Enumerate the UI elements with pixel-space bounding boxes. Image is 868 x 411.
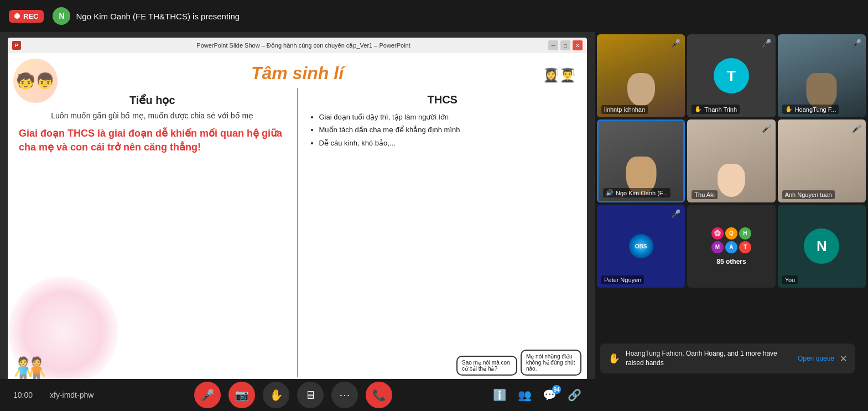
others-count: 85 others [716, 258, 746, 266]
more-icon: ⋯ [339, 388, 350, 402]
cartoon-topright: 👩‍🎓👨‍🎓 [537, 59, 581, 92]
time-display: 10:00 [13, 391, 41, 399]
obs-logo: OBS [629, 234, 653, 258]
video-tile-linhntp: 🎤 linhntp ichnhan [597, 34, 685, 117]
ppt-maximize-btn[interactable]: □ [560, 40, 570, 50]
rec-badge: REC [9, 10, 44, 23]
bullet-2: Muốn tách dần cha mẹ để khẳng định mình [319, 123, 576, 136]
muted-mic-icon-linhntp: 🎤 [671, 39, 680, 48]
ppt-window-controls[interactable]: ─ □ ✕ [548, 40, 583, 50]
activities-icon: 🔗 [568, 389, 581, 401]
avatar-thanh-trinh: T [714, 58, 749, 93]
video-name-hoangtung: ✋ HoangTung F... [782, 105, 839, 114]
camera-btn[interactable]: 📷 [228, 382, 255, 408]
notification-hand-icon: ✋ [608, 352, 620, 365]
muted-mic-icon-hoangtung: 🎤 [852, 39, 861, 48]
presenter-info: N Ngo Kim Oanh (FE TH&THCS) is presentin… [53, 7, 240, 25]
mic-icon: 🎤 [201, 388, 215, 402]
ppt-window: P PowerPoint Slide Show – Đồng hành cùng… [8, 38, 587, 405]
end-call-btn[interactable]: 📞 [366, 382, 392, 408]
more-btn[interactable]: ⋯ [331, 382, 358, 408]
activities-btn[interactable]: 🔗 [568, 388, 581, 402]
red-highlight: Giai đoạn THCS là giai đoạn dễ khiến mối… [19, 127, 286, 154]
slide-content: 🧒👦 👩‍🎓👨‍🎓 Tâm sinh lí Tiểu học Luôn muốn… [8, 53, 587, 387]
info-btn[interactable]: ℹ️ [493, 388, 507, 402]
right-controls: ℹ️ 👥 💬 94 🔗 [493, 388, 581, 402]
hand-raise-icon-hoangtung: ✋ [785, 106, 793, 113]
chat-badge: 94 [552, 385, 561, 394]
mute-btn[interactable]: 🎤 [194, 382, 221, 408]
rec-dot [14, 13, 20, 19]
center-controls: 🎤 📷 ✋ 🖥 ⋯ 📞 [102, 382, 484, 408]
present-btn[interactable]: 🖥 [297, 382, 324, 408]
muted-mic-icon-peter: 🎤 [671, 209, 680, 218]
main-area: P PowerPoint Slide Show – Đồng hành cùng… [0, 32, 595, 411]
speech-area: Sao mẹ nói mà con cứ cải thế hả? Mẹ nói … [456, 350, 581, 376]
end-icon: 📞 [372, 388, 386, 402]
bullet-3: Dễ cáu kinh, khó bảo,... [319, 137, 576, 149]
speech-bubble-1: Sao mẹ nói mà con cứ cải thế hả? [456, 356, 517, 376]
rec-label: REC [23, 12, 38, 20]
notification-text: HoangTung Fahion, Oanh Hoang, and 1 more… [626, 349, 792, 368]
ppt-titlebar: P PowerPoint Slide Show – Đồng hành cùng… [8, 38, 587, 53]
meeting-id: xfy-imdt-phw [50, 391, 93, 399]
slide-col-right: THCS Giai đoạn tuổi dậy thì, tập làm ngư… [297, 88, 588, 377]
video-tile-peter-nguyen: OBS 🎤 Peter Nguyen [597, 205, 685, 288]
ppt-icon: P [12, 41, 21, 50]
people-icon: 👥 [518, 389, 532, 401]
bullet-1: Giai đoạn tuổi dậy thì, tập làm người lớ… [319, 111, 576, 123]
bottom-bar: 10:00 xfy-imdt-phw 🎤 📷 ✋ 🖥 ⋯ 📞 [0, 379, 595, 411]
col2-bullets: Giai đoạn tuổi dậy thì, tập làm người lớ… [309, 111, 576, 149]
ppt-close-btn[interactable]: ✕ [573, 40, 583, 50]
notification-open-queue-btn[interactable]: Open queue [798, 355, 834, 362]
muted-mic-icon-anh: 🎤 [852, 124, 861, 133]
video-tile-hoangtung: 🎤 ✋ HoangTung F... [778, 34, 866, 117]
video-name-thu: Thu Aki [692, 190, 718, 199]
people-btn[interactable]: 👥 [518, 388, 532, 402]
hand-raise-icon: ✋ [694, 106, 702, 113]
col1-heading: Tiểu học [129, 93, 175, 107]
col2-heading: THCS [309, 93, 576, 106]
col1-body: Luôn muốn gần gũi bố mẹ, muốn được chia … [51, 111, 253, 120]
video-name-anh: Anh Nguyen tuan [782, 190, 835, 199]
presenter-name: Ngo Kim Oanh (FE TH&THCS) is presenting [76, 12, 240, 21]
others-avatars: 🌸 Q H M A T [711, 227, 751, 253]
top-bar: REC N Ngo Kim Oanh (FE TH&THCS) is prese… [0, 0, 868, 32]
notification-close-btn[interactable]: ✕ [840, 353, 847, 364]
present-icon: 🖥 [305, 389, 316, 402]
speech-bubble-2: Mẹ nói những điều không hề đúng chút nào… [521, 350, 581, 376]
notification-bar: ✋ HoangTung Fahion, Oanh Hoang, and 1 mo… [600, 344, 855, 373]
video-name-you: You [782, 275, 798, 284]
ppt-title: PowerPoint Slide Show – Đồng hành cùng c… [24, 42, 583, 49]
ppt-minimize-btn[interactable]: ─ [548, 40, 558, 50]
video-name-peter: Peter Nguyen [601, 275, 644, 284]
cartoon-topleft: 🧒👦 [13, 59, 58, 103]
video-name-linhntp: linhntp ichnhan [601, 105, 648, 114]
video-tile-thanh-trinh: T 🎤 ✋ Thanh Trinh [687, 34, 775, 117]
video-tile-85-others[interactable]: 🌸 Q H M A T 85 others [687, 205, 775, 288]
video-tile-anh-nguyen: 🎤 Anh Nguyen tuan [778, 119, 866, 202]
chat-btn[interactable]: 💬 94 [543, 388, 557, 402]
video-name-thanh: ✋ Thanh Trinh [692, 105, 740, 114]
video-tile-ngo-kim-oanh: 🔊 Ngo Kim Oanh (F... [597, 119, 685, 202]
avatar-you: N [804, 228, 839, 264]
muted-mic-icon-thu: 🎤 [762, 124, 771, 133]
video-name-ngo: 🔊 Ngo Kim Oanh (F... [603, 188, 671, 197]
muted-mic-icon-thanh: 🎤 [762, 39, 771, 48]
slide-inner: 🧒👦 👩‍🎓👨‍🎓 Tâm sinh lí Tiểu học Luôn muốn… [8, 53, 587, 387]
hand-icon: ✋ [269, 388, 283, 402]
video-tile-thu-aki: 🎤 Thu Aki [687, 119, 775, 202]
raise-hand-btn[interactable]: ✋ [263, 382, 289, 408]
info-icon: ℹ️ [493, 389, 507, 401]
camera-icon: 📷 [235, 388, 249, 402]
presenter-avatar: N [53, 7, 70, 25]
slide-title: Tâm sinh lí [8, 53, 587, 84]
speaking-icon: 🔊 [606, 189, 614, 196]
video-tile-you: N You [778, 205, 866, 288]
